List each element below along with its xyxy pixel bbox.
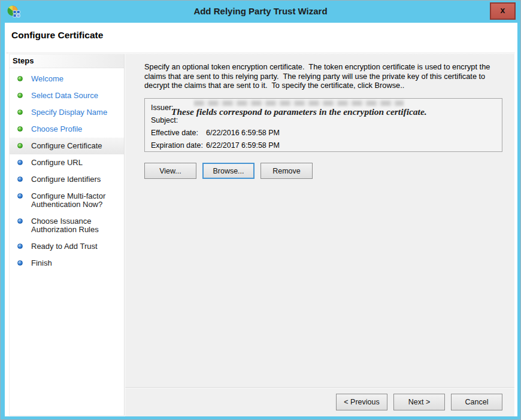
effective-date-label: Effective date: [151,129,206,137]
next-button[interactable]: Next > [393,394,445,410]
step-label: Ready to Add Trust [31,242,98,251]
sidebar-item-configure-certificate: Configure Certificate [10,138,124,154]
steps-list: Welcome Select Data Source Specify Displ… [10,68,124,272]
previous-button[interactable]: < Previous [336,394,387,410]
step-bullet-icon [17,143,23,148]
step-label: Configure Certificate [31,141,102,150]
heading-divider [7,53,514,53]
step-bullet-icon [17,109,23,115]
redacted-text-blur [194,101,404,106]
step-label: Configure Identifiers [31,175,101,184]
sidebar-item-specify-display-name[interactable]: Specify Display Name [10,104,124,121]
step-bullet-icon [17,76,23,81]
step-bullet-icon [17,244,23,249]
view-button[interactable]: View... [144,163,196,179]
sidebar-item-choose-issuance-authorization-rules: Choose Issuance Authorization Rules [10,213,124,238]
sidebar-item-configure-multi-factor-authentication-now: Configure Multi-factor Authentication No… [10,188,124,213]
cancel-button[interactable]: Cancel [451,394,502,410]
expiration-date-row: Expiration date: 6/22/2017 6:59:58 PM [145,139,502,151]
certificate-actions: View... Browse... Remove [144,163,313,179]
sidebar-item-ready-to-add-trust: Ready to Add Trust [10,238,124,255]
main-panel: Specify an optional token encryption cer… [125,54,514,416]
step-label: Welcome [31,74,63,83]
intro-text: Specify an optional token encryption cer… [144,62,504,90]
sidebar-item-welcome[interactable]: Welcome [10,71,124,87]
wizard-window: Add Relying Party Trust Wizard x Configu… [0,0,521,420]
footer: < Previous Next > Cancel [125,388,514,416]
step-bullet-icon [17,126,23,132]
step-label: Choose Profile [31,124,82,133]
annotation-text: These fields correspond to parameters in… [171,106,499,117]
sidebar-item-select-data-source[interactable]: Select Data Source [10,87,124,104]
step-label: Configure URL [31,158,83,167]
step-label: Choose Issuance Authorization Rules [31,217,99,234]
step-bullet-icon [17,176,23,182]
sidebar-item-finish: Finish [10,255,124,272]
steps-header: Steps [10,54,124,68]
step-bullet-icon [17,218,23,224]
step-label: Specify Display Name [31,108,107,117]
step-label: Finish [31,258,52,267]
sidebar-item-choose-profile[interactable]: Choose Profile [10,121,124,138]
titlebar: Add Relying Party Trust Wizard x [1,1,520,23]
remove-button[interactable]: Remove [260,163,313,179]
sidebar-item-configure-identifiers: Configure Identifiers [10,171,124,188]
step-bullet-icon [17,160,23,165]
step-label: Select Data Source [31,91,98,100]
close-button[interactable]: x [490,2,516,20]
effective-date-row: Effective date: 6/22/2016 6:59:58 PM [145,126,502,139]
certificate-box: These fields correspond to parameters in… [144,98,502,152]
step-bullet-icon [17,93,23,98]
sidebar-item-configure-url: Configure URL [10,154,124,171]
expiration-date-label: Expiration date: [151,141,206,150]
window-title: Add Relying Party Trust Wizard [1,1,520,23]
step-bullet-icon [17,260,23,266]
step-label: Configure Multi-factor Authentication No… [31,191,105,209]
expiration-date-value: 6/22/2017 6:59:58 PM [206,141,280,150]
browse-button[interactable]: Browse... [202,163,255,179]
effective-date-value: 6/22/2016 6:59:58 PM [206,129,280,137]
step-bullet-icon [17,193,23,199]
close-icon: x [501,5,505,15]
page-title: Configure Certificate [11,30,103,41]
steps-sidebar: Steps Welcome Select Data Source Specify… [9,54,125,416]
